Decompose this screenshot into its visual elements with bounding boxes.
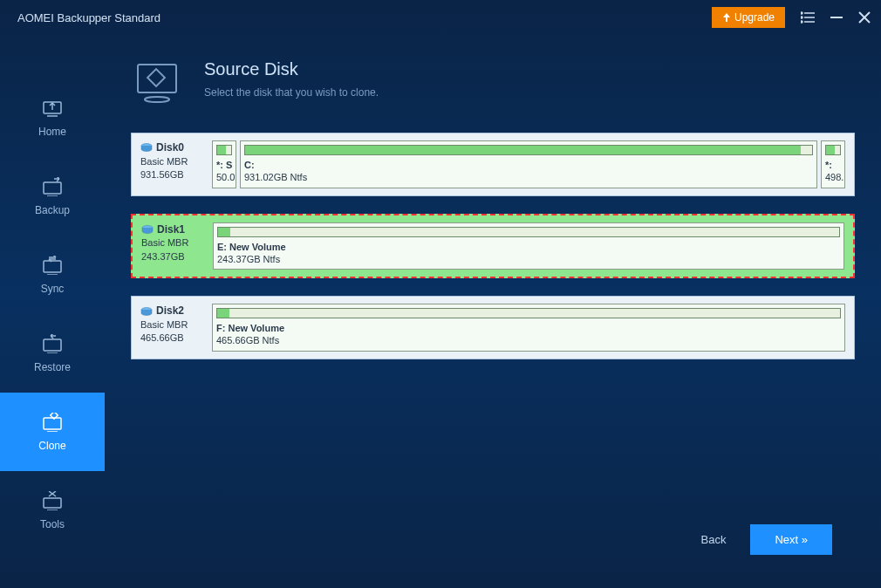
titlebar: AOMEI Backupper Standard Upgrade [0,0,881,35]
disk-type: Basic MBR [141,236,204,250]
source-disk-icon [131,59,183,106]
page-header: Source Disk Select the disk that you wis… [131,59,855,106]
disk-row[interactable]: Disk0Basic MBR931.56GB*: S50.0C:931.02GB… [131,133,855,196]
partition[interactable]: *: S50.0 [212,140,236,188]
svg-point-23 [145,97,169,102]
disk-info: Disk2Basic MBR465.66GB [140,304,203,352]
page-title: Source Disk [204,59,379,79]
partition-label: E: New Volume [217,241,840,253]
partition-size: 465.66GB Ntfs [216,334,841,346]
disk-partitions: E: New Volume243.37GB Ntfs [213,222,844,270]
disk-info: Disk0Basic MBR931.56GB [140,140,203,188]
disk-size: 931.56GB [140,168,203,181]
sidebar-item-backup[interactable]: Backup [0,157,105,236]
sidebar-item-label: Home [38,126,66,138]
partition[interactable]: F: New Volume465.66GB Ntfs [212,304,845,352]
sidebar-item-home[interactable]: Home [0,79,105,157]
partition[interactable]: *:498. [821,140,845,188]
upgrade-label: Upgrade [734,11,775,24]
upgrade-icon [722,13,731,22]
home-icon [40,99,65,118]
sidebar-item-label: Restore [34,361,71,373]
app-title: AOMEI Backupper Standard [10,11,712,24]
sidebar-item-clone[interactable]: Clone [0,393,105,471]
disk-list: Disk0Basic MBR931.56GB*: S50.0C:931.02GB… [131,133,855,359]
backup-icon [40,177,65,196]
partition-size: 243.37GB Ntfs [217,253,840,265]
sync-icon [40,256,65,275]
partition-size: 931.02GB Ntfs [244,171,813,183]
partition[interactable]: E: New Volume243.37GB Ntfs [213,222,844,270]
svg-point-5 [801,21,802,23]
disk-partitions: F: New Volume465.66GB Ntfs [212,304,845,352]
svg-rect-13 [44,261,61,272]
disk-info: Disk1Basic MBR243.37GB [141,222,204,270]
next-label: Next » [775,533,808,546]
disk-size: 243.37GB [141,250,204,263]
partition-label: C: [244,159,813,171]
sidebar-item-label: Sync [41,283,65,295]
back-button[interactable]: Back [701,533,727,546]
svg-point-4 [801,17,802,18]
page-subtitle: Select the disk that you wish to clone. [204,86,379,99]
partition-size: 50.0 [216,171,232,183]
sidebar-item-restore[interactable]: Restore [0,314,105,393]
close-icon[interactable] [858,11,871,24]
partition-label: *: S [216,159,232,171]
disk-row[interactable]: Disk1Basic MBR243.37GBE: New Volume243.3… [131,214,855,279]
partition-size: 498. [825,171,841,183]
disk-partitions: *: S50.0C:931.02GB Ntfs*:498. [212,140,845,188]
clone-icon [40,413,65,432]
next-button[interactable]: Next » [750,524,832,555]
partition[interactable]: C:931.02GB Ntfs [240,140,817,188]
sidebar-item-label: Backup [35,204,70,216]
svg-rect-11 [44,182,61,194]
disk-type: Basic MBR [140,318,203,332]
svg-rect-15 [44,339,61,351]
disk-size: 465.66GB [140,332,203,345]
sidebar: Home Backup Sync Restore Clone Tools [0,35,105,588]
disk-name: Disk2 [140,304,203,318]
menu-icon[interactable] [801,11,815,24]
svg-rect-20 [44,498,61,508]
disk-type: Basic MBR [140,155,203,168]
sidebar-item-label: Clone [38,440,65,452]
partition-label: F: New Volume [216,322,841,334]
svg-point-3 [801,12,802,14]
partition-label: *: [825,159,841,171]
svg-rect-17 [44,418,61,429]
sidebar-item-label: Tools [40,518,65,530]
disk-row[interactable]: Disk2Basic MBR465.66GBF: New Volume465.6… [131,296,855,359]
disk-name: Disk1 [141,222,204,237]
sidebar-item-sync[interactable]: Sync [0,236,105,314]
tools-icon [40,491,65,510]
svg-rect-24 [147,69,165,86]
minimize-icon[interactable] [830,11,843,24]
upgrade-button[interactable]: Upgrade [712,7,785,28]
restore-icon [40,334,65,353]
sidebar-item-tools[interactable]: Tools [0,471,105,550]
disk-name: Disk0 [140,140,203,155]
